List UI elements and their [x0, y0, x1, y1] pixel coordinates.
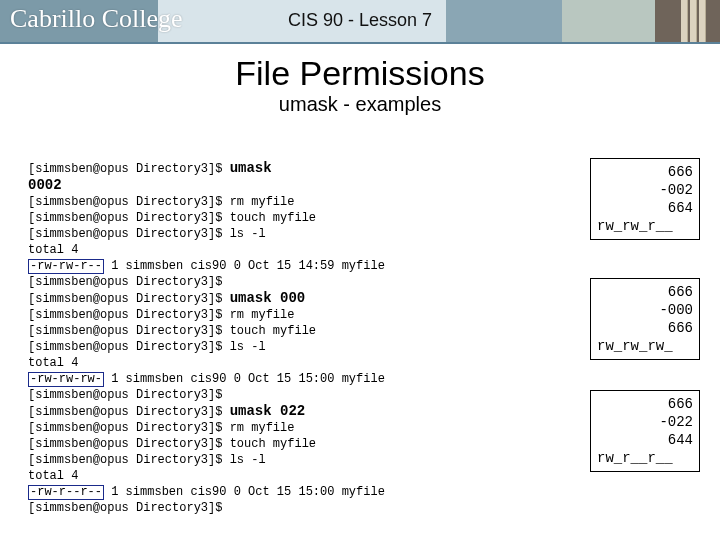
terminal-output: [simmsben@opus Directory3]$ umask 0002 […	[28, 160, 385, 516]
calc-r: 644	[597, 431, 693, 449]
calc-box-2: 666 -000 666 rw_rw_rw_	[590, 278, 700, 360]
total-line: total 4	[28, 469, 78, 483]
prompt: [simmsben@opus Directory3]$	[28, 227, 222, 241]
perm-box-2: -rw-rw-rw-	[28, 372, 104, 387]
prompt: [simmsben@opus Directory3]$	[28, 388, 222, 402]
command-umask: umask	[230, 160, 272, 176]
prompt: [simmsben@opus Directory3]$	[28, 195, 222, 209]
prompt: [simmsben@opus Directory3]$	[28, 162, 222, 176]
calc-b: -002	[597, 181, 693, 199]
prompt: [simmsben@opus Directory3]$	[28, 324, 222, 338]
cmd-ls: ls -l	[230, 453, 266, 467]
calc-sym: rw_rw_r__	[597, 217, 693, 235]
page-subtitle: umask - examples	[0, 93, 720, 116]
file-rest: 1 simmsben cis90 0 Oct 15 14:59 myfile	[104, 259, 385, 273]
calc-box-3: 666 -022 644 rw_r__r__	[590, 390, 700, 472]
prompt: [simmsben@opus Directory3]$	[28, 275, 222, 289]
prompt: [simmsben@opus Directory3]$	[28, 308, 222, 322]
calc-a: 666	[597, 283, 693, 301]
prompt: [simmsben@opus Directory3]$	[28, 453, 222, 467]
cmd-touch: touch myfile	[230, 211, 316, 225]
calc-a: 666	[597, 395, 693, 413]
command-umask-022: umask 022	[230, 403, 306, 419]
prompt: [simmsben@opus Directory3]$	[28, 437, 222, 451]
header-banner: Cabrillo College CIS 90 - Lesson 7	[0, 0, 720, 44]
calc-b: -022	[597, 413, 693, 431]
calc-r: 664	[597, 199, 693, 217]
prompt: [simmsben@opus Directory3]$	[28, 405, 222, 419]
prompt: [simmsben@opus Directory3]$	[28, 292, 222, 306]
total-line: total 4	[28, 243, 78, 257]
calc-r: 666	[597, 319, 693, 337]
page-title: File Permissions	[0, 54, 720, 93]
perm-box-3: -rw-r--r--	[28, 485, 104, 500]
course-title: CIS 90 - Lesson 7	[0, 10, 720, 31]
command-umask-000: umask 000	[230, 290, 306, 306]
calc-a: 666	[597, 163, 693, 181]
total-line: total 4	[28, 356, 78, 370]
cmd-rm: rm myfile	[230, 308, 295, 322]
cmd-touch: touch myfile	[230, 324, 316, 338]
calc-box-1: 666 -002 664 rw_rw_r__	[590, 158, 700, 240]
prompt: [simmsben@opus Directory3]$	[28, 211, 222, 225]
cmd-ls: ls -l	[230, 340, 266, 354]
calc-sym: rw_rw_rw_	[597, 337, 693, 355]
prompt: [simmsben@opus Directory3]$	[28, 340, 222, 354]
prompt: [simmsben@opus Directory3]$	[28, 501, 222, 515]
column-decor	[681, 0, 706, 42]
file-rest: 1 simmsben cis90 0 Oct 15 15:00 myfile	[104, 372, 385, 386]
prompt: [simmsben@opus Directory3]$	[28, 421, 222, 435]
cmd-rm: rm myfile	[230, 195, 295, 209]
perm-box-1: -rw-rw-r--	[28, 259, 104, 274]
calc-sym: rw_r__r__	[597, 449, 693, 467]
calc-b: -000	[597, 301, 693, 319]
cmd-touch: touch myfile	[230, 437, 316, 451]
cmd-ls: ls -l	[230, 227, 266, 241]
cmd-rm: rm myfile	[230, 421, 295, 435]
file-rest: 1 simmsben cis90 0 Oct 15 15:00 myfile	[104, 485, 385, 499]
output-0002: 0002	[28, 177, 62, 193]
